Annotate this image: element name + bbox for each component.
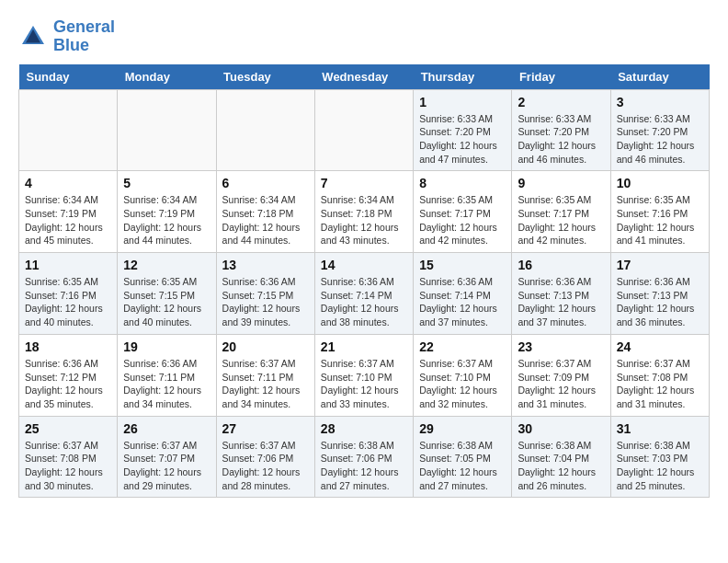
calendar-cell: 16Sunrise: 6:36 AM Sunset: 7:13 PM Dayli… bbox=[512, 253, 610, 335]
calendar-week-row: 4Sunrise: 6:34 AM Sunset: 7:19 PM Daylig… bbox=[19, 171, 710, 253]
day-info: Sunrise: 6:36 AM Sunset: 7:11 PM Dayligh… bbox=[123, 357, 210, 411]
calendar-cell: 27Sunrise: 6:37 AM Sunset: 7:06 PM Dayli… bbox=[216, 416, 314, 498]
day-info: Sunrise: 6:36 AM Sunset: 7:12 PM Dayligh… bbox=[25, 357, 111, 411]
day-number: 15 bbox=[419, 258, 506, 272]
calendar-cell: 26Sunrise: 6:37 AM Sunset: 7:07 PM Dayli… bbox=[118, 416, 216, 498]
day-number: 18 bbox=[25, 339, 111, 354]
calendar-cell: 13Sunrise: 6:36 AM Sunset: 7:15 PM Dayli… bbox=[216, 253, 314, 335]
calendar-cell: 3Sunrise: 6:33 AM Sunset: 7:20 PM Daylig… bbox=[610, 89, 709, 171]
day-info: Sunrise: 6:35 AM Sunset: 7:17 PM Dayligh… bbox=[419, 193, 506, 247]
day-number: 27 bbox=[222, 421, 309, 436]
day-number: 14 bbox=[321, 258, 407, 272]
calendar-cell: 6Sunrise: 6:34 AM Sunset: 7:18 PM Daylig… bbox=[216, 171, 314, 253]
day-number: 29 bbox=[419, 421, 506, 436]
day-number: 1 bbox=[419, 95, 506, 109]
calendar-cell: 20Sunrise: 6:37 AM Sunset: 7:11 PM Dayli… bbox=[216, 334, 314, 416]
calendar-cell: 11Sunrise: 6:35 AM Sunset: 7:16 PM Dayli… bbox=[19, 253, 118, 335]
calendar-cell: 21Sunrise: 6:37 AM Sunset: 7:10 PM Dayli… bbox=[314, 334, 413, 416]
col-header-monday: Monday bbox=[118, 64, 216, 90]
day-info: Sunrise: 6:36 AM Sunset: 7:15 PM Dayligh… bbox=[222, 275, 309, 329]
calendar-cell: 24Sunrise: 6:37 AM Sunset: 7:08 PM Dayli… bbox=[610, 334, 709, 416]
day-info: Sunrise: 6:37 AM Sunset: 7:08 PM Dayligh… bbox=[25, 439, 111, 493]
day-info: Sunrise: 6:36 AM Sunset: 7:13 PM Dayligh… bbox=[617, 275, 703, 329]
calendar-week-row: 18Sunrise: 6:36 AM Sunset: 7:12 PM Dayli… bbox=[19, 334, 710, 416]
day-number: 3 bbox=[617, 95, 703, 109]
day-info: Sunrise: 6:33 AM Sunset: 7:20 PM Dayligh… bbox=[617, 112, 703, 167]
day-number: 30 bbox=[518, 421, 604, 436]
day-number: 11 bbox=[25, 258, 111, 272]
calendar-cell: 5Sunrise: 6:34 AM Sunset: 7:19 PM Daylig… bbox=[118, 171, 216, 253]
calendar-cell: 28Sunrise: 6:38 AM Sunset: 7:06 PM Dayli… bbox=[314, 416, 413, 498]
day-number: 20 bbox=[222, 339, 309, 354]
calendar-cell bbox=[118, 89, 216, 171]
day-info: Sunrise: 6:35 AM Sunset: 7:16 PM Dayligh… bbox=[617, 193, 703, 247]
logo: General Blue bbox=[18, 18, 115, 55]
day-number: 24 bbox=[617, 339, 703, 354]
day-number: 16 bbox=[518, 258, 604, 272]
day-info: Sunrise: 6:33 AM Sunset: 7:20 PM Dayligh… bbox=[518, 112, 604, 167]
col-header-saturday: Saturday bbox=[610, 64, 709, 90]
day-info: Sunrise: 6:35 AM Sunset: 7:15 PM Dayligh… bbox=[123, 275, 210, 329]
day-info: Sunrise: 6:36 AM Sunset: 7:14 PM Dayligh… bbox=[321, 275, 407, 329]
day-number: 9 bbox=[518, 176, 604, 190]
col-header-thursday: Thursday bbox=[414, 64, 512, 90]
day-number: 4 bbox=[25, 176, 111, 190]
calendar-cell: 31Sunrise: 6:38 AM Sunset: 7:03 PM Dayli… bbox=[610, 416, 709, 498]
day-info: Sunrise: 6:37 AM Sunset: 7:10 PM Dayligh… bbox=[321, 357, 407, 411]
calendar-cell: 12Sunrise: 6:35 AM Sunset: 7:15 PM Dayli… bbox=[118, 253, 216, 335]
calendar-cell: 14Sunrise: 6:36 AM Sunset: 7:14 PM Dayli… bbox=[314, 253, 413, 335]
calendar-cell: 17Sunrise: 6:36 AM Sunset: 7:13 PM Dayli… bbox=[610, 253, 709, 335]
day-info: Sunrise: 6:36 AM Sunset: 7:14 PM Dayligh… bbox=[419, 275, 506, 329]
calendar-cell: 18Sunrise: 6:36 AM Sunset: 7:12 PM Dayli… bbox=[19, 334, 118, 416]
day-info: Sunrise: 6:37 AM Sunset: 7:09 PM Dayligh… bbox=[518, 357, 604, 411]
calendar-cell: 22Sunrise: 6:37 AM Sunset: 7:10 PM Dayli… bbox=[414, 334, 512, 416]
logo-icon bbox=[18, 22, 48, 52]
day-info: Sunrise: 6:38 AM Sunset: 7:03 PM Dayligh… bbox=[617, 439, 703, 493]
day-info: Sunrise: 6:37 AM Sunset: 7:10 PM Dayligh… bbox=[419, 357, 506, 411]
calendar-cell: 4Sunrise: 6:34 AM Sunset: 7:19 PM Daylig… bbox=[19, 171, 118, 253]
calendar-cell: 29Sunrise: 6:38 AM Sunset: 7:05 PM Dayli… bbox=[414, 416, 512, 498]
day-info: Sunrise: 6:38 AM Sunset: 7:05 PM Dayligh… bbox=[419, 439, 506, 493]
calendar-cell bbox=[19, 89, 118, 171]
calendar-cell: 7Sunrise: 6:34 AM Sunset: 7:18 PM Daylig… bbox=[314, 171, 413, 253]
day-number: 12 bbox=[123, 258, 210, 272]
calendar-cell: 15Sunrise: 6:36 AM Sunset: 7:14 PM Dayli… bbox=[414, 253, 512, 335]
day-info: Sunrise: 6:35 AM Sunset: 7:17 PM Dayligh… bbox=[518, 193, 604, 247]
calendar-header-row: SundayMondayTuesdayWednesdayThursdayFrid… bbox=[19, 64, 710, 90]
calendar-cell bbox=[216, 89, 314, 171]
col-header-tuesday: Tuesday bbox=[216, 64, 314, 90]
day-number: 25 bbox=[25, 421, 111, 436]
day-info: Sunrise: 6:38 AM Sunset: 7:06 PM Dayligh… bbox=[321, 439, 407, 493]
day-number: 10 bbox=[617, 176, 703, 190]
day-number: 19 bbox=[123, 339, 210, 354]
day-number: 5 bbox=[123, 176, 210, 190]
calendar-cell bbox=[314, 89, 413, 171]
day-number: 17 bbox=[617, 258, 703, 272]
day-info: Sunrise: 6:33 AM Sunset: 7:20 PM Dayligh… bbox=[419, 112, 506, 167]
day-info: Sunrise: 6:37 AM Sunset: 7:06 PM Dayligh… bbox=[222, 439, 309, 493]
col-header-sunday: Sunday bbox=[19, 64, 118, 90]
day-info: Sunrise: 6:36 AM Sunset: 7:13 PM Dayligh… bbox=[518, 275, 604, 329]
day-info: Sunrise: 6:34 AM Sunset: 7:18 PM Dayligh… bbox=[321, 193, 407, 247]
day-number: 26 bbox=[123, 421, 210, 436]
calendar-week-row: 11Sunrise: 6:35 AM Sunset: 7:16 PM Dayli… bbox=[19, 253, 710, 335]
day-info: Sunrise: 6:37 AM Sunset: 7:08 PM Dayligh… bbox=[617, 357, 703, 411]
day-number: 22 bbox=[419, 339, 506, 354]
day-number: 6 bbox=[222, 176, 309, 190]
day-number: 7 bbox=[321, 176, 407, 190]
calendar-cell: 1Sunrise: 6:33 AM Sunset: 7:20 PM Daylig… bbox=[414, 89, 512, 171]
day-info: Sunrise: 6:37 AM Sunset: 7:07 PM Dayligh… bbox=[123, 439, 210, 493]
day-info: Sunrise: 6:34 AM Sunset: 7:19 PM Dayligh… bbox=[123, 193, 210, 247]
logo-text: General Blue bbox=[53, 18, 115, 55]
calendar-cell: 2Sunrise: 6:33 AM Sunset: 7:20 PM Daylig… bbox=[512, 89, 610, 171]
day-info: Sunrise: 6:34 AM Sunset: 7:18 PM Dayligh… bbox=[222, 193, 309, 247]
calendar-cell: 10Sunrise: 6:35 AM Sunset: 7:16 PM Dayli… bbox=[610, 171, 709, 253]
day-info: Sunrise: 6:37 AM Sunset: 7:11 PM Dayligh… bbox=[222, 357, 309, 411]
day-number: 21 bbox=[321, 339, 407, 354]
calendar-cell: 23Sunrise: 6:37 AM Sunset: 7:09 PM Dayli… bbox=[512, 334, 610, 416]
day-info: Sunrise: 6:34 AM Sunset: 7:19 PM Dayligh… bbox=[25, 193, 111, 247]
calendar-week-row: 25Sunrise: 6:37 AM Sunset: 7:08 PM Dayli… bbox=[19, 416, 710, 498]
calendar-cell: 30Sunrise: 6:38 AM Sunset: 7:04 PM Dayli… bbox=[512, 416, 610, 498]
day-info: Sunrise: 6:38 AM Sunset: 7:04 PM Dayligh… bbox=[518, 439, 604, 493]
calendar-cell: 9Sunrise: 6:35 AM Sunset: 7:17 PM Daylig… bbox=[512, 171, 610, 253]
